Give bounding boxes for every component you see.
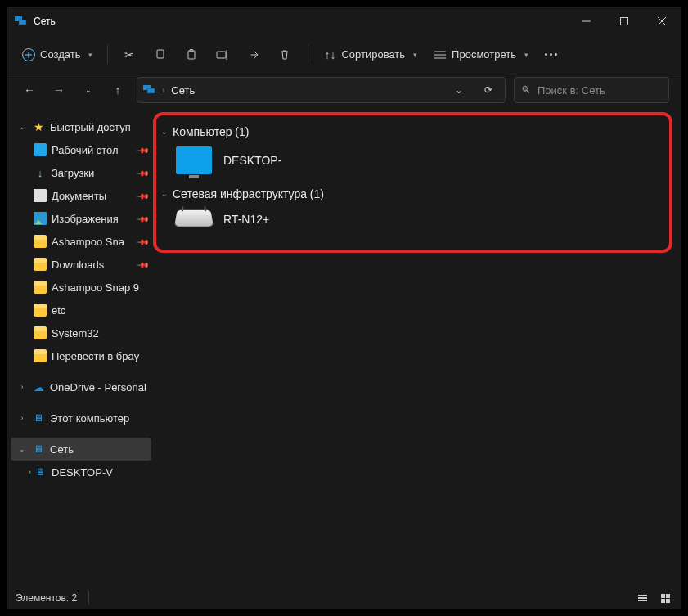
pictures-icon <box>34 212 47 225</box>
sort-button[interactable]: ↑↓ Сортировать ▾ <box>317 41 424 69</box>
view-tiles-button[interactable] <box>658 592 672 605</box>
pc-icon: 🖥 <box>32 411 45 425</box>
rename-icon <box>216 48 229 61</box>
nav-pane: ⌄ ★ Быстрый доступ ›Рабочий стол📌 ›↓Загр… <box>7 109 153 587</box>
item-count: Элементов: 2 <box>16 592 77 604</box>
network-breadcrumb-icon <box>142 83 155 97</box>
group-computer[interactable]: ⌄ Компьютер (1) <box>161 120 663 143</box>
pin-icon: 📌 <box>137 212 150 225</box>
sidebar-network[interactable]: ⌄🖥Сеть <box>11 438 151 461</box>
quick-access-label: Быстрый доступ <box>50 121 131 133</box>
sidebar-downloads[interactable]: ›↓Загрузки📌 <box>11 161 151 184</box>
view-button[interactable]: Просмотреть ▾ <box>427 41 535 69</box>
status-bar: Элементов: 2 <box>7 587 681 609</box>
chevron-down-icon: ▾ <box>413 51 417 59</box>
sidebar-folder-downloads2[interactable]: ›Downloads📌 <box>11 253 151 276</box>
folder-icon <box>34 281 47 294</box>
computer-icon <box>176 146 212 174</box>
new-button[interactable]: Создать ▾ <box>16 41 99 69</box>
cloud-icon: ☁ <box>32 380 45 393</box>
chevron-down-icon: ⌄ <box>161 128 168 136</box>
rename-button[interactable] <box>209 41 237 69</box>
router-name: RT-N12+ <box>223 213 269 226</box>
explorer-window: Сеть Создать ▾ ✂ ↑↓ Сортировать ▾ Просмо… <box>7 7 681 609</box>
folder-icon <box>34 349 47 362</box>
copy-button[interactable] <box>147 41 175 69</box>
svg-rect-6 <box>157 50 164 58</box>
recent-button[interactable]: ⌄ <box>78 79 99 101</box>
view-details-button[interactable] <box>635 592 650 605</box>
pc-icon: 🖥 <box>34 465 47 479</box>
forward-button[interactable]: → <box>48 79 70 101</box>
up-button[interactable]: ↑ <box>107 79 128 101</box>
address-dropdown-button[interactable]: ⌄ <box>447 79 470 101</box>
navigation-row: ← → ⌄ ↑ › Сеть ⌄ ⟳ 🔍︎ <box>7 74 681 109</box>
tiles-icon <box>661 594 670 603</box>
search-input[interactable] <box>537 84 675 97</box>
sidebar-folder-etc[interactable]: ›etc <box>11 299 151 321</box>
folder-icon <box>34 304 47 317</box>
explorer-body: ⌄ ★ Быстрый доступ ›Рабочий стол📌 ›↓Загр… <box>7 109 681 587</box>
pin-icon: 📌 <box>137 143 150 156</box>
network-icon: 🖥 <box>32 443 45 456</box>
share-icon <box>247 48 260 61</box>
view-label: Просмотреть <box>452 48 516 61</box>
refresh-button[interactable]: ⟳ <box>477 79 500 101</box>
folder-icon <box>34 258 47 271</box>
window-title: Сеть <box>34 16 56 27</box>
chevron-right-icon: › <box>17 414 27 422</box>
desktop-icon <box>34 143 47 156</box>
close-button[interactable] <box>643 7 681 35</box>
cut-button[interactable]: ✂ <box>116 41 144 69</box>
titlebar: Сеть <box>7 7 681 35</box>
sidebar-this-pc[interactable]: ›🖥Этот компьютер <box>11 407 151 429</box>
more-button[interactable] <box>538 41 566 69</box>
sidebar-folder-ashampoo9[interactable]: ›Ashampoo Snap 9 <box>11 276 151 299</box>
svg-rect-15 <box>147 88 155 93</box>
computer-name: DESKTOP- <box>223 154 281 167</box>
pin-icon: 📌 <box>137 189 150 202</box>
sidebar-folder-ashampoo[interactable]: ›Ashampoo Sna📌 <box>11 230 151 253</box>
breadcrumb-network[interactable]: Сеть <box>171 84 195 97</box>
chevron-down-icon: ▾ <box>524 51 528 59</box>
scissors-icon: ✂ <box>123 48 136 61</box>
copy-icon <box>154 48 167 61</box>
chevron-down-icon: ⌄ <box>17 123 27 131</box>
minimize-button[interactable] <box>568 7 605 35</box>
sidebar-folder-translate[interactable]: ›Перевести в брау <box>11 344 151 367</box>
pin-icon: 📌 <box>137 258 150 271</box>
group-infrastructure[interactable]: ⌄ Сетевая инфраструктура (1) <box>161 182 663 205</box>
sidebar-network-desktop[interactable]: ›🖥DESKTOP-V <box>11 461 151 483</box>
chevron-down-icon: ⌄ <box>161 190 168 198</box>
share-button[interactable] <box>241 41 268 69</box>
delete-button[interactable] <box>272 41 299 69</box>
sidebar-documents[interactable]: ›Документы📌 <box>11 184 151 207</box>
network-router-item[interactable]: RT-N12+ <box>161 205 663 238</box>
search-box[interactable]: 🔍︎ <box>514 77 669 103</box>
svg-rect-3 <box>621 18 628 25</box>
sidebar-onedrive[interactable]: ›☁OneDrive - Personal <box>11 375 151 398</box>
network-computer-item[interactable]: DESKTOP- <box>161 143 663 182</box>
content-area: ⌄ Компьютер (1) DESKTOP- ⌄ Сетевая инфра… <box>153 109 681 587</box>
back-button[interactable]: ← <box>19 79 40 101</box>
sidebar-quick-access[interactable]: ⌄ ★ Быстрый доступ <box>11 115 151 138</box>
folder-icon <box>34 235 47 248</box>
search-icon: 🔍︎ <box>521 83 531 97</box>
maximize-button[interactable] <box>605 7 643 35</box>
pin-icon: 📌 <box>137 235 150 248</box>
paste-button[interactable] <box>178 41 206 69</box>
sidebar-pictures[interactable]: ›Изображения📌 <box>11 207 151 230</box>
network-title-icon <box>14 15 27 28</box>
annotation-highlight: ⌄ Компьютер (1) DESKTOP- ⌄ Сетевая инфра… <box>153 112 672 253</box>
chevron-right-icon: › <box>17 383 27 391</box>
sidebar-folder-system32[interactable]: ›System32 <box>11 321 151 344</box>
list-icon <box>638 595 647 601</box>
svg-rect-9 <box>217 52 226 58</box>
chevron-right-icon: › <box>162 86 164 95</box>
download-icon: ↓ <box>34 166 47 179</box>
more-icon <box>545 53 557 56</box>
clipboard-icon <box>185 48 198 61</box>
sidebar-desktop[interactable]: ›Рабочий стол📌 <box>11 138 151 161</box>
address-bar[interactable]: › Сеть ⌄ ⟳ <box>137 77 506 103</box>
command-bar: Создать ▾ ✂ ↑↓ Сортировать ▾ Просмотреть… <box>7 35 681 74</box>
